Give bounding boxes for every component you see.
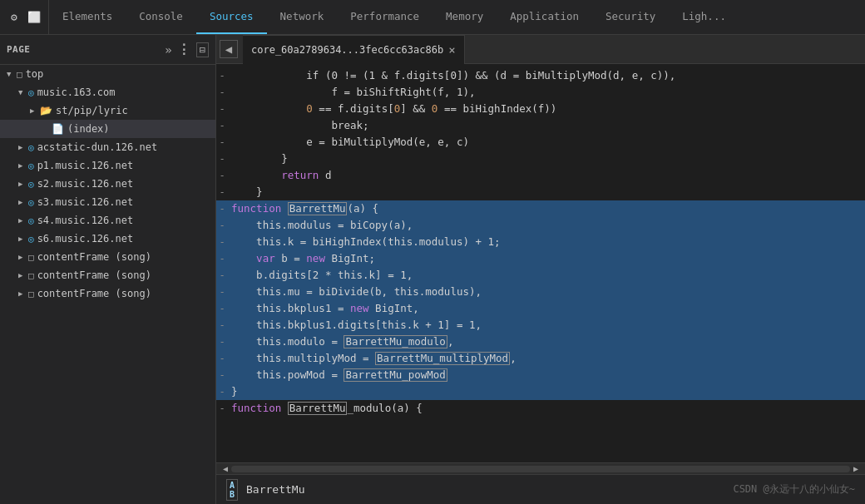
file-tab-name: core_60a2789634...3fec6cc63ac86b	[251, 44, 443, 56]
scroll-left-arrow[interactable]: ◀	[220, 464, 231, 473]
tab-lighthouse[interactable]: Ligh...	[669, 0, 739, 34]
code-line: -}	[216, 383, 865, 400]
sidebar-item-s4music[interactable]: ▶◎s4.music.126.net	[0, 211, 215, 230]
tree-arrow-contentframe2[interactable]: ▶	[18, 271, 28, 279]
tree-icon-index: 📄	[52, 123, 64, 135]
tab-elements[interactable]: Elements	[49, 0, 126, 34]
line-content: }	[228, 184, 865, 200]
code-line: - this.multiplyMod = BarrettMu_multiplyM…	[216, 350, 865, 367]
tree-arrow-music163[interactable]: ▼	[18, 88, 28, 96]
tab-memory[interactable]: Memory	[432, 0, 497, 34]
tab-console[interactable]: Console	[126, 0, 196, 34]
sidebar-more-button[interactable]: ⋮	[177, 42, 191, 57]
file-tab-close-button[interactable]: ×	[448, 43, 455, 57]
tree-label-s4music: s4.music.126.net	[37, 215, 134, 226]
code-line: - this.mu = biDivide(b, this.modulus),	[216, 284, 865, 300]
tree-icon-stpipyric: 📂	[40, 105, 52, 116]
tree-label-acstatic: acstatic-dun.126.net	[37, 141, 158, 153]
sidebar-expand-chevron[interactable]: »	[165, 43, 171, 57]
tree-arrow-contentframe1[interactable]: ▶	[18, 253, 28, 261]
tree-icon-music163: ◎	[28, 87, 34, 98]
code-line: - this.k = biHighIndex(this.modulus) + 1…	[216, 234, 865, 250]
sidebar-toggle-button[interactable]: ◀	[220, 40, 238, 58]
tree-label-contentframe3: contentFrame (song)	[37, 288, 151, 299]
sidebar-item-s2music[interactable]: ▶◎s2.music.126.net	[0, 175, 215, 193]
tree-arrow-s3music[interactable]: ▶	[18, 198, 28, 206]
tree-arrow-s6music[interactable]: ▶	[18, 235, 28, 243]
line-content: 0 == f.digits[0] && 0 == biHighIndex(f))	[228, 101, 865, 117]
toolbar: ⚙ ⬜ ElementsConsoleSourcesNetworkPerform…	[0, 0, 865, 35]
tree-arrow-contentframe3[interactable]: ▶	[18, 289, 28, 298]
devtools-icon-2[interactable]: ⬜	[27, 10, 42, 25]
code-lines: - if (0 != (1 & f.digits[0]) && (d = biM…	[216, 64, 865, 420]
tab-network[interactable]: Network	[267, 0, 338, 34]
code-editor[interactable]: - if (0 != (1 & f.digits[0]) && (d = biM…	[216, 64, 865, 462]
line-minus: -	[216, 317, 228, 334]
code-line: - 0 == f.digits[0] && 0 == biHighIndex(f…	[216, 101, 865, 117]
line-content: this.mu = biDivide(b, this.modulus),	[228, 284, 865, 300]
code-line: - }	[216, 184, 865, 200]
sidebar-item-index[interactable]: 📄(index)	[0, 120, 215, 138]
sidebar-item-p1music[interactable]: ▶◎p1.music.126.net	[0, 156, 215, 175]
main-container: Page » ⋮ ⊟ ▼□top▼◎music.163.com▶📂st/pip/…	[0, 35, 865, 504]
tree-arrow-p1music[interactable]: ▶	[18, 161, 28, 170]
file-tab[interactable]: core_60a2789634...3fec6cc63ac86b ×	[243, 35, 465, 64]
tree-label-music163: music.163.com	[37, 86, 116, 98]
line-minus: -	[216, 184, 228, 200]
horizontal-scrollbar[interactable]: ◀ ▶	[216, 462, 865, 474]
line-content: this.powMod = BarrettMu_powMod	[228, 367, 865, 383]
code-line: - var b = new BigInt;	[216, 250, 865, 267]
tab-performance[interactable]: Performance	[337, 0, 432, 34]
tree-icon-s4music: ◎	[28, 215, 34, 226]
line-content: }	[228, 383, 865, 400]
tree-label-s3music: s3.music.126.net	[37, 196, 134, 208]
tree-label-stpipyric: st/pip/lyric	[56, 105, 128, 116]
sidebar: Page » ⋮ ⊟ ▼□top▼◎music.163.com▶📂st/pip/…	[0, 35, 216, 504]
sidebar-page-label: Page	[7, 44, 160, 55]
code-line: - if (0 != (1 & f.digits[0]) && (d = biM…	[216, 67, 865, 84]
tab-sources[interactable]: Sources	[196, 0, 267, 34]
sidebar-item-s6music[interactable]: ▶◎s6.music.126.net	[0, 230, 215, 248]
line-minus: -	[216, 200, 228, 217]
line-content: e = biMultiplyMod(e, e, c)	[228, 134, 865, 151]
tree-icon-s2music: ◎	[28, 179, 34, 190]
watermark-text: CSDN @永远十八的小仙女~	[733, 482, 855, 497]
devtools-icon-1[interactable]: ⚙	[7, 10, 22, 25]
tree-icon-s3music: ◎	[28, 197, 34, 208]
tree-arrow-acstatic[interactable]: ▶	[18, 143, 28, 151]
sidebar-item-music163[interactable]: ▼◎music.163.com	[0, 83, 215, 101]
line-minus: -	[216, 267, 228, 284]
sidebar-item-s3music[interactable]: ▶◎s3.music.126.net	[0, 193, 215, 211]
code-line: - this.modulus = biCopy(a),	[216, 217, 865, 234]
tree-arrow-top[interactable]: ▼	[7, 70, 17, 78]
sidebar-item-contentframe1[interactable]: ▶□contentFrame (song)	[0, 248, 215, 266]
tree-arrow-s4music[interactable]: ▶	[18, 216, 28, 225]
sidebar-item-acstatic[interactable]: ▶◎acstatic-dun.126.net	[0, 138, 215, 156]
code-line: - this.modulo = BarrettMu_modulo,	[216, 334, 865, 350]
code-line: - return d	[216, 167, 865, 184]
scroll-track[interactable]	[231, 466, 850, 472]
line-minus: -	[216, 117, 228, 134]
sidebar-collapse-button[interactable]: ⊟	[196, 42, 209, 57]
code-line: - e = biMultiplyMod(e, e, c)	[216, 134, 865, 151]
sidebar-item-contentframe2[interactable]: ▶□contentFrame (song)	[0, 266, 215, 284]
sidebar-header: Page » ⋮ ⊟	[0, 35, 215, 65]
bottom-search-value: BarrettMu	[246, 483, 724, 496]
file-tab-bar: ◀ core_60a2789634...3fec6cc63ac86b ×	[216, 35, 865, 64]
tree-arrow-stpipyric[interactable]: ▶	[30, 106, 40, 115]
line-content: break;	[228, 117, 865, 134]
tree-arrow-s2music[interactable]: ▶	[18, 180, 28, 188]
line-minus: -	[216, 167, 228, 184]
code-line: - this.bkplus1.digits[this.k + 1] = 1,	[216, 317, 865, 334]
scroll-right-arrow[interactable]: ▶	[850, 464, 862, 473]
toolbar-icons: ⚙ ⬜	[0, 0, 49, 34]
tree-icon-contentframe3: □	[28, 289, 34, 299]
sidebar-item-top[interactable]: ▼□top	[0, 65, 215, 83]
sidebar-item-stpipyric[interactable]: ▶📂st/pip/lyric	[0, 101, 215, 120]
tree-label-top: top	[26, 68, 44, 80]
tab-security[interactable]: Security	[592, 0, 669, 34]
tab-application[interactable]: Application	[497, 0, 592, 34]
line-content: this.k = biHighIndex(this.modulus) + 1;	[228, 234, 865, 250]
line-minus: -	[216, 84, 228, 101]
sidebar-item-contentframe3[interactable]: ▶□contentFrame (song)	[0, 284, 215, 303]
